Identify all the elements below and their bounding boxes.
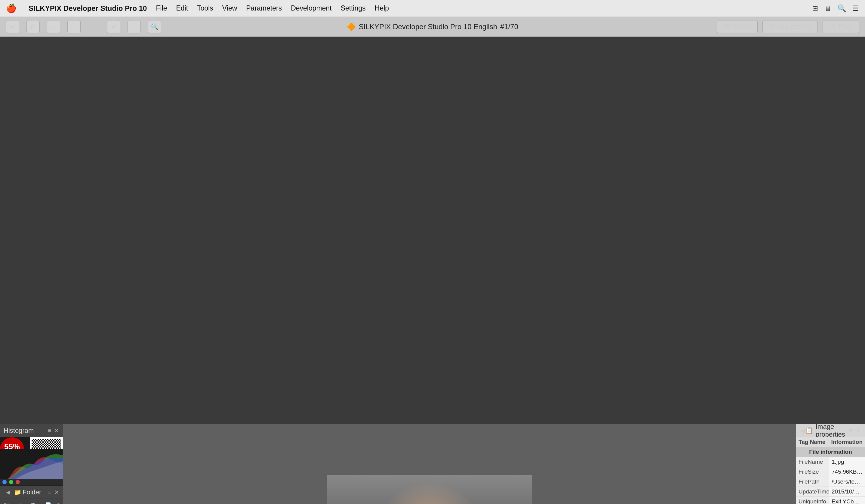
toolbar-edit-1[interactable]: ✔: [107, 20, 120, 33]
right-panel-header: ◀ 📋 Image properties ≡ ✕: [796, 424, 865, 437]
prop-key-updatetime: UpdateTime: [796, 487, 829, 496]
menubar-display-icon: 🖥: [824, 4, 831, 13]
menu-development[interactable]: Development: [291, 4, 332, 12]
right-panel-controls: ≡ ✕: [849, 426, 861, 435]
prop-key-filepath: FilePath: [796, 477, 829, 487]
folder-nav-left[interactable]: ◀: [4, 488, 13, 497]
menubar-right-icons: ⊞ 🖥 🔍 ☰: [812, 4, 859, 13]
toolbar-right: ☰ Select ⚙ Adjustment 🖨 Print: [717, 20, 859, 33]
app-name: SILKYPIX Developer Studio Pro 10: [28, 4, 147, 13]
folder-refresh-icon[interactable]: ↺: [55, 502, 60, 504]
menu-help[interactable]: Help: [375, 4, 389, 12]
folder-nav: ◀ 📁 Folder: [4, 488, 41, 497]
color-dot-red[interactable]: [16, 480, 20, 484]
prop-key-filename: FileName: [796, 457, 829, 467]
histogram-close-icon[interactable]: ✕: [54, 427, 59, 434]
toolbar-edit-3[interactable]: 🔍: [148, 20, 161, 33]
main-image-area[interactable]: ◀ ▶: [63, 424, 796, 504]
prop-col-val: Information: [829, 437, 865, 447]
svg-point-5: [395, 499, 464, 504]
toolbar-title-area: 🔶 SILKYPIX Developer Studio Pro 10 Engli…: [347, 23, 518, 31]
folder-panel-header: ◀ 📁 Folder ≡ ✕ /Users/test/Docume... 📄 ↺: [0, 486, 63, 504]
menu-settings[interactable]: Settings: [341, 4, 366, 12]
prop-updatetime: UpdateTime 2015/10/13 13:16:42: [796, 487, 865, 497]
select-icon: ☰: [724, 23, 730, 31]
section-file-info: File information: [796, 447, 865, 457]
right-panel-collapse[interactable]: ◀: [800, 426, 805, 435]
menu-tools[interactable]: Tools: [197, 4, 213, 12]
main-photo: [327, 475, 532, 504]
histogram-header: Histogram ≡ ✕: [0, 424, 63, 437]
folder-path-file-icon: 📄: [45, 502, 52, 504]
histogram-panel-icons: ≡ ✕: [47, 427, 59, 434]
toolbar-icon-1[interactable]: ✏: [6, 20, 19, 33]
color-dot-blue[interactable]: [2, 480, 7, 484]
prop-uniqueinfo: UniqueInfo Exif YCbCr(4:4:4): [796, 497, 865, 504]
prop-val-updatetime: 2015/10/13 13:16:42: [829, 487, 865, 496]
right-panel-close-icon[interactable]: ✕: [855, 426, 861, 435]
color-dot-green[interactable]: [9, 480, 13, 484]
menu-view[interactable]: View: [222, 4, 237, 12]
menubar-control-icon: ⊞: [812, 4, 818, 13]
adjustment-label: Adjustment: [778, 23, 811, 31]
center-panel: ◀ ▶ ☆ ★ ★ ★ ★: [63, 424, 796, 504]
prop-filepath: FilePath /Users/test/Documents/B...: [796, 477, 865, 487]
folder-close-icon[interactable]: ✕: [54, 489, 59, 496]
histogram-expand-icon[interactable]: ≡: [47, 427, 51, 434]
menu-file[interactable]: File: [156, 4, 167, 12]
toolbar-edit-2[interactable]: ↕: [128, 20, 141, 33]
print-label: Print: [839, 23, 852, 31]
apple-menu[interactable]: 🍎: [6, 3, 16, 13]
toolbar-icon-2[interactable]: ⊞: [26, 20, 40, 33]
menubar-list-icon[interactable]: ☰: [852, 4, 859, 13]
prop-key-uniqueinfo: UniqueInfo: [796, 497, 829, 504]
svg-rect-1: [327, 475, 532, 504]
histogram-title: Histogram: [4, 427, 34, 435]
histogram-area: 55% OFF SCAN ME: [0, 437, 63, 485]
prop-key-filesize: FileSize: [796, 467, 829, 477]
folder-path: /Users/test/Docume... 📄 ↺: [0, 499, 63, 504]
folder-expand-icon[interactable]: ≡: [47, 489, 51, 496]
toolbar-counter: #1/70: [500, 23, 518, 31]
menu-parameters[interactable]: Parameters: [246, 4, 282, 12]
menu-edit[interactable]: Edit: [176, 4, 188, 12]
prop-val-filename: 1.jpg: [829, 457, 865, 467]
select-button[interactable]: ☰ Select: [717, 20, 758, 33]
right-panel-expand-icon[interactable]: ≡: [849, 426, 853, 435]
properties-title-text: Image properties: [816, 424, 849, 438]
prop-table-header: Tag Name Information: [796, 437, 865, 447]
prop-col-key: Tag Name: [796, 437, 829, 447]
toolbar-app-icon: 🔶: [347, 23, 356, 31]
histogram-color-dots: [0, 479, 63, 485]
menubar: 🍎 SILKYPIX Developer Studio Pro 10 File …: [0, 0, 865, 17]
properties-icon: 📋: [805, 427, 813, 435]
folder-header: ◀ 📁 Folder ≡ ✕: [0, 486, 63, 499]
histogram-panel: Histogram ≡ ✕ 55% OFF SCAN ME: [0, 424, 63, 486]
portrait-svg: [327, 475, 532, 504]
prop-val-filepath: /Users/test/Documents/B...: [829, 477, 865, 487]
menubar-search-icon[interactable]: 🔍: [837, 4, 846, 13]
left-panel: Histogram ≡ ✕ 55% OFF SCAN ME: [0, 424, 63, 504]
right-panel-title: 📋 Image properties: [805, 424, 849, 438]
adjustment-icon: ⚙: [769, 23, 775, 31]
toolbar-title-text: SILKYPIX Developer Studio Pro 10 English: [359, 23, 497, 31]
prop-val-filesize: 745.96KB (763862Byte): [829, 467, 865, 477]
folder-path-text: /Users/test/Docume...: [3, 502, 43, 504]
toolbar: ✏ ⊞ □ ⛶ ✔ ↕ 🔍 🔶 SILKYPIX Developer Studi…: [0, 17, 865, 37]
toolbar-icon-3[interactable]: □: [47, 20, 60, 33]
prop-filesize: FileSize 745.96KB (763862Byte): [796, 467, 865, 477]
folder-icon: 📁: [14, 489, 21, 496]
folder-panel-icons: ≡ ✕: [47, 489, 59, 496]
print-button[interactable]: 🖨 Print: [822, 20, 859, 33]
prop-val-uniqueinfo: Exif YCbCr(4:4:4): [829, 497, 865, 504]
folder-title: Folder: [23, 488, 41, 496]
select-label: Select: [733, 23, 751, 31]
prop-filename: FileName 1.jpg: [796, 457, 865, 467]
print-icon: 🖨: [830, 23, 836, 31]
right-panel-collapse-icon: ◀: [800, 426, 805, 435]
adjustment-button[interactable]: ⚙ Adjustment: [762, 20, 818, 33]
right-panel: ◀ 📋 Image properties ≡ ✕ Tag Name Inform…: [796, 424, 865, 504]
toolbar-fullscreen[interactable]: ⛶: [67, 20, 81, 33]
main-area: Histogram ≡ ✕ 55% OFF SCAN ME: [0, 424, 865, 504]
